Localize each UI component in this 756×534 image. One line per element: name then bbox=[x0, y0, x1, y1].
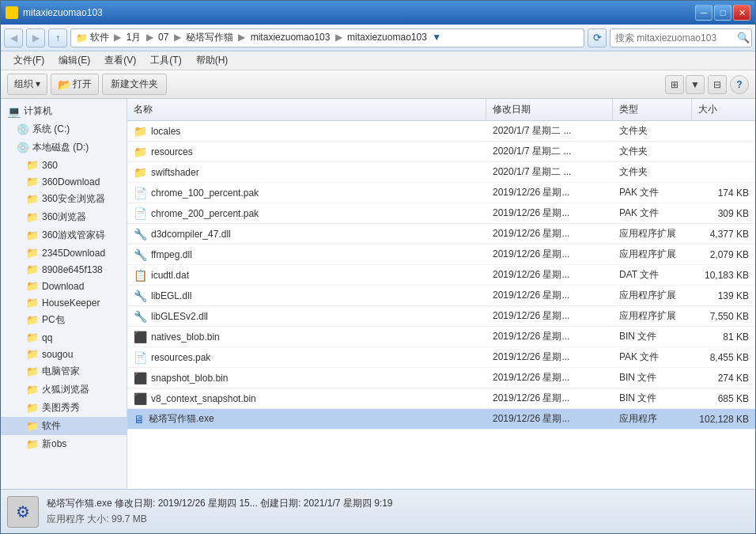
table-row[interactable]: 📄 resources.pak 2019/12/26 星期... PAK 文件 … bbox=[127, 347, 755, 368]
close-button[interactable]: ✕ bbox=[733, 5, 750, 21]
file-name: swiftshader bbox=[151, 167, 199, 178]
up-button[interactable]: ↑ bbox=[48, 28, 67, 47]
view-mode-button[interactable]: ⊞ bbox=[665, 75, 684, 94]
header-type[interactable]: 类型 bbox=[613, 99, 692, 120]
table-row[interactable]: ⬛ v8_context_snapshot.bin 2019/12/26 星期.… bbox=[127, 388, 755, 409]
file-name: locales bbox=[151, 126, 180, 137]
file-cell-size: 8,455 KB bbox=[692, 347, 755, 367]
table-row[interactable]: 🖥 秘塔写作猫.exe 2019/12/26 星期... 应用程序 102,12… bbox=[127, 409, 755, 430]
header-size[interactable]: 大小 bbox=[692, 99, 755, 120]
search-input[interactable] bbox=[615, 32, 734, 44]
table-row[interactable]: ⬛ snapshot_blob.bin 2019/12/26 星期... BIN… bbox=[127, 368, 755, 388]
file-cell-name: ⬛ v8_context_snapshot.bin bbox=[127, 388, 486, 408]
file-cell-type: BIN 文件 bbox=[613, 327, 692, 347]
table-row[interactable]: ⬛ natives_blob.bin 2019/12/26 星期... BIN … bbox=[127, 327, 755, 347]
open-button[interactable]: 📂 打开 bbox=[51, 74, 99, 95]
sidebar-item-label: HouseKeeper bbox=[42, 297, 100, 309]
menu-view[interactable]: 查看(V) bbox=[98, 52, 142, 69]
file-cell-size bbox=[692, 162, 755, 182]
back-button[interactable]: ◀ bbox=[4, 28, 23, 47]
file-type-icon: 📁 bbox=[134, 146, 147, 158]
sidebar-item-label: PC包 bbox=[42, 313, 65, 327]
table-row[interactable]: 🔧 d3dcompiler_47.dll 2019/12/26 星期... 应用… bbox=[127, 224, 755, 244]
table-row[interactable]: 📄 chrome_200_percent.pak 2019/12/26 星期..… bbox=[127, 203, 755, 224]
sidebar-item-computer[interactable]: 💻 计算机 bbox=[1, 102, 127, 120]
file-cell-type: PAK 文件 bbox=[613, 347, 692, 367]
sidebar-item-2345[interactable]: 📁 2345Download bbox=[1, 244, 127, 261]
sidebar-item-pc[interactable]: 📁 PC包 bbox=[1, 311, 127, 329]
file-rows-container: 📁 locales 2020/1/7 星期二 ... 文件夹 📁 resourc… bbox=[127, 121, 755, 430]
sidebar-item-newobs[interactable]: 📁 新obs bbox=[1, 435, 127, 453]
file-type-icon: ⬛ bbox=[134, 331, 147, 343]
sidebar-item-software[interactable]: 📁 软件 bbox=[1, 417, 127, 435]
file-name: resources.pak bbox=[151, 352, 210, 363]
sidebar-item-label: 360Download bbox=[42, 176, 100, 187]
menu-tools[interactable]: 工具(T) bbox=[144, 52, 187, 69]
menu-help[interactable]: 帮助(H) bbox=[190, 52, 235, 69]
header-name[interactable]: 名称 bbox=[127, 99, 486, 120]
file-cell-name: 🔧 libEGL.dll bbox=[127, 286, 486, 305]
window-title: mitaxiezuomao103 bbox=[23, 7, 103, 18]
table-row[interactable]: 🔧 libGLESv2.dll 2019/12/26 星期... 应用程序扩展 … bbox=[127, 306, 755, 327]
new-folder-button[interactable]: 新建文件夹 bbox=[102, 74, 167, 95]
sidebar-item-firefox[interactable]: 📁 火狐浏览器 bbox=[1, 381, 127, 399]
organize-button[interactable]: 组织 ▾ bbox=[7, 74, 47, 95]
forward-button[interactable]: ▶ bbox=[26, 28, 45, 47]
table-row[interactable]: 📁 locales 2020/1/7 星期二 ... 文件夹 bbox=[127, 121, 755, 142]
sidebar-item-qq[interactable]: 📁 qq bbox=[1, 329, 127, 346]
sidebar-item-pcmanager[interactable]: 📁 电脑管家 bbox=[1, 362, 127, 381]
sidebar-item-label: 电脑管家 bbox=[42, 365, 80, 378]
menu-edit[interactable]: 编辑(E) bbox=[52, 52, 96, 69]
file-cell-type: 文件夹 bbox=[613, 121, 692, 141]
maximize-button[interactable]: □ bbox=[714, 5, 731, 21]
sidebar-item-label: 计算机 bbox=[24, 104, 52, 118]
folder-icon: 📁 bbox=[26, 438, 39, 450]
status-icon-glyph: ⚙ bbox=[16, 502, 30, 521]
header-date[interactable]: 修改日期 bbox=[486, 99, 613, 120]
forward-icon: ▶ bbox=[32, 32, 40, 44]
table-row[interactable]: 📋 icudtl.dat 2019/12/26 星期... DAT 文件 10,… bbox=[127, 265, 755, 286]
view-dropdown-button[interactable]: ▼ bbox=[686, 75, 705, 94]
breadcrumb-bar[interactable]: 📁 软件 ▶ 1月 ▶ 07 ▶ 秘塔写作猫 ▶ mitaxiezuomao10… bbox=[70, 28, 584, 47]
pane-button[interactable]: ⊟ bbox=[708, 75, 727, 94]
status-bar: ⚙ 秘塔写作猫.exe 修改日期: 2019/12/26 星期四 15... 创… bbox=[1, 489, 755, 533]
sidebar: 💻 计算机 💿 系统 (C:) 💿 本地磁盘 (D:) 📁 360 📁 360D… bbox=[1, 99, 127, 489]
refresh-button[interactable]: ⟳ bbox=[588, 28, 607, 47]
file-type-icon: 📄 bbox=[134, 351, 147, 364]
sidebar-item-c-drive[interactable]: 💿 系统 (C:) bbox=[1, 120, 127, 138]
table-row[interactable]: 📁 swiftshader 2020/1/7 星期二 ... 文件夹 bbox=[127, 162, 755, 183]
table-row[interactable]: 🔧 ffmpeg.dll 2019/12/26 星期... 应用程序扩展 2,0… bbox=[127, 244, 755, 265]
sidebar-item-8908[interactable]: 📁 8908e645f138 bbox=[1, 261, 127, 278]
help-button[interactable]: ? bbox=[730, 75, 749, 94]
minimize-button[interactable]: ─ bbox=[695, 5, 713, 21]
sidebar-item-sougou[interactable]: 📁 sougou bbox=[1, 346, 127, 362]
table-row[interactable]: 📄 chrome_100_percent.pak 2019/12/26 星期..… bbox=[127, 183, 755, 203]
sidebar-item-360browser[interactable]: 📁 360安全浏览器 bbox=[1, 190, 127, 208]
sidebar-item-housekeeper[interactable]: 📁 HouseKeeper bbox=[1, 294, 127, 311]
sidebar-item-360game[interactable]: 📁 360游戏管家碍 bbox=[1, 226, 127, 244]
file-type-icon: 📋 bbox=[134, 269, 147, 282]
sidebar-item-360[interactable]: 📁 360 bbox=[1, 157, 127, 173]
file-cell-date: 2020/1/7 星期二 ... bbox=[486, 162, 613, 182]
menu-file[interactable]: 文件(F) bbox=[7, 52, 51, 69]
sidebar-item-d-drive[interactable]: 💿 本地磁盘 (D:) bbox=[1, 138, 127, 157]
explorer-window: mitaxiezuomao103 ─ □ ✕ ◀ ▶ ↑ 📁 软件 ▶ 1月 ▶… bbox=[0, 0, 756, 534]
sidebar-item-download[interactable]: 📁 Download bbox=[1, 278, 127, 294]
file-type-icon: 📄 bbox=[134, 207, 147, 220]
search-bar[interactable]: 🔍 bbox=[610, 28, 752, 47]
folder-icon: 📁 bbox=[26, 176, 39, 187]
table-row[interactable]: 📁 resources 2020/1/7 星期二 ... 文件夹 bbox=[127, 142, 755, 162]
status-info: 秘塔写作猫.exe 修改日期: 2019/12/26 星期四 15... 创建日… bbox=[47, 497, 393, 526]
search-icon: 🔍 bbox=[737, 32, 750, 44]
sidebar-item-label: 新obs bbox=[42, 437, 66, 451]
menu-bar: 文件(F) 编辑(E) 查看(V) 工具(T) 帮助(H) bbox=[1, 51, 755, 70]
sidebar-item-360ie[interactable]: 📁 360浏览器 bbox=[1, 208, 127, 226]
folder-icon: 📁 bbox=[26, 331, 39, 343]
file-cell-date: 2019/12/26 星期... bbox=[486, 306, 613, 326]
sidebar-item-meitu[interactable]: 📁 美图秀秀 bbox=[1, 399, 127, 417]
table-row[interactable]: 🔧 libEGL.dll 2019/12/26 星期... 应用程序扩展 139… bbox=[127, 286, 755, 306]
file-cell-type: PAK 文件 bbox=[613, 203, 692, 223]
window-icon bbox=[6, 6, 18, 19]
sidebar-item-360download[interactable]: 📁 360Download bbox=[1, 173, 127, 190]
help-label: ? bbox=[736, 79, 742, 90]
